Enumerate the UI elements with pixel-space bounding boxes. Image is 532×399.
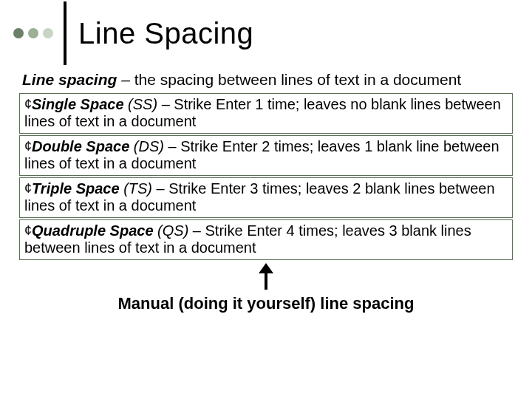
dot-icon (13, 28, 24, 38)
item-abbr: (SS) (124, 96, 158, 112)
spacing-item: ¢Quadruple Space (QS) – Strike Enter 4 t… (19, 219, 513, 260)
dot-icon (28, 28, 38, 38)
item-term: Double Space (32, 138, 129, 154)
arrow-container (19, 263, 513, 293)
item-abbr: (QS) (154, 222, 189, 239)
item-abbr: (TS) (120, 180, 152, 197)
item-abbr: (DS) (129, 138, 164, 154)
bullet-icon: ¢ (24, 139, 32, 154)
bullet-icon: ¢ (24, 223, 32, 238)
dot-icon (43, 28, 53, 38)
bullet-icon: ¢ (24, 97, 32, 112)
definition-line: Line spacing – the spacing between lines… (19, 71, 513, 89)
slide-title: Line Spacing (78, 17, 253, 50)
spacing-item: ¢Double Space (DS) – Strike Enter 2 time… (19, 135, 513, 176)
slide: Line Spacing Line spacing – the spacing … (0, 0, 532, 399)
definition-rest: – the spacing between lines of text in a… (117, 71, 461, 88)
vertical-divider (64, 1, 66, 65)
footer-caption: Manual (doing it yourself) line spacing (19, 294, 513, 313)
spacing-item: ¢Single Space (SS) – Strike Enter 1 time… (19, 93, 513, 134)
definition-term: Line spacing (22, 71, 117, 88)
slide-header: Line Spacing (0, 0, 532, 66)
bullet-icon: ¢ (24, 181, 32, 196)
slide-content: Line spacing – the spacing between lines… (0, 71, 532, 313)
spacing-item: ¢Triple Space (TS) – Strike Enter 3 time… (19, 177, 513, 218)
up-arrow-icon (259, 263, 273, 290)
decorative-dots (13, 28, 53, 38)
item-term: Quadruple Space (32, 222, 154, 239)
item-term: Single Space (32, 96, 124, 112)
item-term: Triple Space (32, 180, 120, 197)
